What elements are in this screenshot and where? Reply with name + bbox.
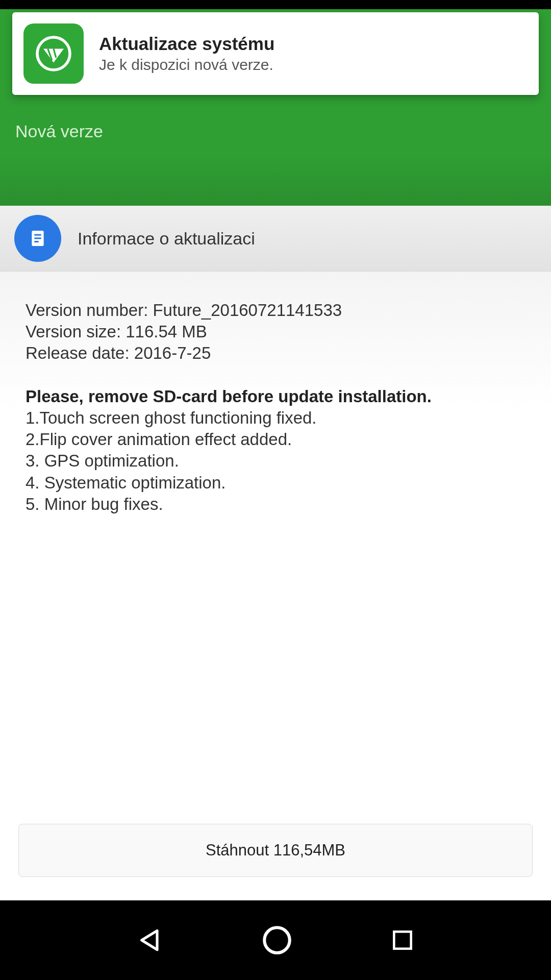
svg-rect-8 [394,932,411,948]
svg-point-7 [264,927,290,953]
changelog-item: 1.Touch screen ghost functioning fixed. [26,407,525,429]
version-number: Version number: Future_20160721141533 [26,300,525,321]
changelog-item: 4. Systematic optimization. [26,472,525,494]
version-size: Version size: 116.54 MB [26,321,525,342]
section-title: Informace o aktualizaci [78,229,255,249]
changelog-item: 3. GPS optimization. [26,450,525,472]
svg-rect-6 [34,241,38,242]
home-icon[interactable] [260,923,294,957]
download-button[interactable]: Stáhnout 116,54MB [18,824,533,877]
update-warning: Please, remove SD-card before update ins… [26,386,525,407]
notification-card[interactable]: Aktualizace systému Je k dispozici nová … [12,12,539,95]
notification-title: Aktualizace systému [99,34,274,54]
release-date: Release date: 2016-7-25 [26,342,525,364]
navigation-bar [0,900,551,980]
document-icon [14,215,61,262]
back-icon[interactable] [136,926,164,954]
page-title: Nová verze [15,121,536,141]
recent-apps-icon[interactable] [390,927,415,953]
status-bar [0,0,551,9]
changelog-item: 5. Minor bug fixes. [26,494,525,515]
svg-rect-4 [34,234,41,236]
notification-subtitle: Je k dispozici nová verze. [99,56,274,74]
app-icon [23,23,84,84]
changelog-item: 2.Flip cover animation effect added. [26,429,525,450]
section-header: Informace o aktualizaci [0,206,551,272]
svg-rect-5 [34,237,41,239]
update-info: Version number: Future_20160721141533 Ve… [0,272,551,824]
